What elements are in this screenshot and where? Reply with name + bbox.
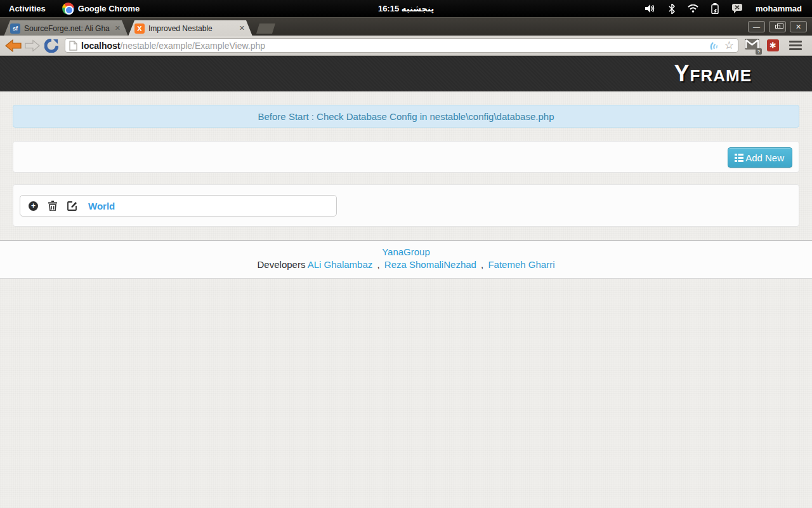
forward-button[interactable]: [23, 39, 42, 52]
site-header: Yframe: [0, 56, 812, 91]
tab-title: Improved Nestable: [148, 24, 234, 33]
tab-title: SourceForge.net: Ali Ghal: [24, 24, 110, 33]
clock-time: 16:15: [378, 4, 399, 13]
actions-panel: Add New: [13, 141, 799, 173]
url-host: localhost: [81, 41, 120, 51]
page-icon: [69, 41, 77, 51]
nestable-list-panel: + World: [13, 184, 799, 227]
edit-icon[interactable]: [67, 201, 77, 211]
info-alert: Before Start : Check Database Config in …: [13, 105, 799, 128]
developer-link[interactable]: Reza ShomaliNezhad: [384, 259, 476, 270]
lastpass-extension-icon[interactable]: ✱: [767, 39, 779, 51]
gnome-top-bar: Activities Google Chrome 16:15 پنجشنبه: [0, 0, 812, 17]
gmail-badge-count: ?: [756, 48, 762, 55]
tab-improved-nestable[interactable]: X Improved Nestable ✕: [128, 20, 252, 36]
gmail-extension-icon[interactable]: ?: [745, 39, 759, 52]
web-page: Yframe Before Start : Check Database Con…: [0, 56, 812, 508]
add-child-icon[interactable]: +: [29, 201, 38, 211]
chrome-menu-button[interactable]: [789, 41, 802, 50]
bookmark-star-icon[interactable]: ☆: [724, 40, 734, 51]
new-tab-button[interactable]: [256, 23, 275, 34]
list-icon: [735, 154, 743, 162]
extension-page-action-icon[interactable]: [709, 40, 721, 51]
add-new-button[interactable]: Add New: [728, 147, 792, 168]
window-minimize-button[interactable]: —: [748, 21, 765, 32]
delete-icon[interactable]: [48, 201, 58, 211]
yframe-logo: Yframe: [674, 60, 752, 87]
separator: ,: [481, 259, 483, 270]
reload-button[interactable]: [42, 39, 61, 53]
list-item[interactable]: + World: [20, 195, 337, 217]
clock[interactable]: 16:15 پنجشنبه: [0, 4, 812, 13]
yanagroup-link[interactable]: YanaGroup: [382, 246, 430, 257]
url-path: /nestable/example/ExampleView.php: [120, 41, 265, 51]
address-bar[interactable]: localhost/nestable/example/ExampleView.p…: [65, 38, 738, 53]
site-footer: YanaGroup Developers ALi Ghalambaz , Rez…: [0, 240, 812, 279]
tab-close-icon[interactable]: ✕: [114, 24, 122, 32]
window-restore-button[interactable]: [769, 21, 786, 32]
back-button[interactable]: [4, 39, 23, 52]
developer-link[interactable]: Fatemeh Gharri: [488, 259, 554, 270]
browser-toolbar: localhost/nestable/example/ExampleView.p…: [0, 36, 812, 56]
sourceforge-favicon-icon: sf: [10, 23, 20, 34]
tab-close-icon[interactable]: ✕: [238, 24, 246, 32]
add-new-label: Add New: [745, 152, 784, 163]
restore-icon: [775, 25, 780, 29]
browser-tab-strip: sf SourceForge.net: Ali Ghal ✕ X Improve…: [0, 17, 812, 36]
developers-label: Developers: [258, 259, 306, 270]
developer-link[interactable]: ALi Ghalambaz: [308, 259, 373, 270]
alert-text: Before Start : Check Database Config in …: [258, 111, 554, 122]
window-close-button[interactable]: ✕: [790, 21, 807, 32]
item-label[interactable]: World: [88, 201, 115, 211]
clock-weekday: پنجشنبه: [402, 4, 434, 13]
separator: ,: [377, 259, 379, 270]
tab-sourceforge[interactable]: sf SourceForge.net: Ali Ghal ✕: [4, 20, 128, 36]
xampp-favicon-icon: X: [134, 23, 145, 34]
